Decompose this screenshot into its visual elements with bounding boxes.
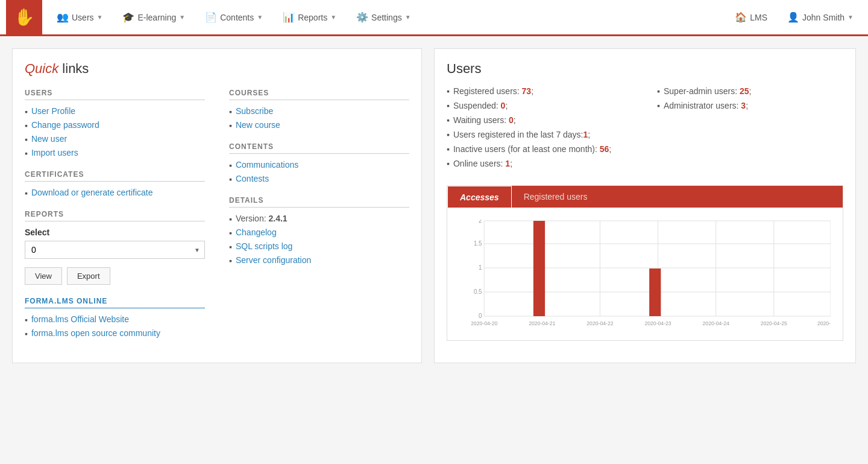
stat-online: Online users: 1; <box>447 159 633 168</box>
nav-label-lms: LMS <box>750 13 767 22</box>
details-section-heading: DETAILS <box>229 196 409 208</box>
svg-text:0.5: 0.5 <box>474 288 482 295</box>
elearning-icon: 🎓 <box>122 11 134 23</box>
user-caret: ▼ <box>848 14 854 21</box>
list-item: forma.lms open source community <box>25 328 205 338</box>
select-wrapper: 0 <box>25 241 205 259</box>
changelog-link[interactable]: Changelog <box>236 227 277 237</box>
users-links-list: User Profile Change password New user Im… <box>25 106 205 158</box>
users-stats-right: Super-admin users: 25; Administrator use… <box>657 86 843 173</box>
stat-waiting-value: 0 <box>509 115 514 125</box>
stat-registered-text: Registered users: 73; <box>453 86 533 96</box>
ql-grid: USERS User Profile Change password New u… <box>25 89 409 351</box>
import-users-link[interactable]: Import users <box>31 148 78 157</box>
svg-text:0: 0 <box>479 313 482 319</box>
server-config-link[interactable]: Server configuration <box>236 255 311 265</box>
nav-label-elearning: E-learning <box>137 13 176 22</box>
stat-inactive: Inactive users (for at least one month):… <box>447 144 633 154</box>
contents-section-heading: CONTENTS <box>229 142 409 154</box>
stat-registered-value: 73 <box>522 86 532 96</box>
logo[interactable]: ✋ <box>6 0 42 36</box>
communications-link[interactable]: Communications <box>236 160 298 170</box>
new-course-link[interactable]: New course <box>236 120 280 130</box>
reports-icon: 📊 <box>283 11 295 23</box>
version-value: 2.4.1 <box>268 214 287 223</box>
stat-super-admin-value: 25 <box>740 86 749 96</box>
chart-svg: 0 0.5 1 1.5 2 <box>471 220 831 328</box>
certificates-links-list: Download or generate certificate <box>25 188 205 198</box>
nav-item-lms[interactable]: 🏠 LMS <box>726 0 776 36</box>
reports-btn-group: View Export <box>25 267 205 285</box>
elearning-caret: ▼ <box>179 14 185 21</box>
list-item: Version: 2.4.1 <box>229 214 409 224</box>
quick-links-title: Quick links <box>25 61 409 77</box>
courses-links-list: Subscribe New course <box>229 106 409 130</box>
svg-text:2020-04-26: 2020-04-26 <box>817 320 831 326</box>
chart-section: Accesses Registered users 0 0.5 1 1.5 2 <box>447 185 843 341</box>
stat-administrator-value: 3 <box>741 101 746 110</box>
svg-text:1.5: 1.5 <box>474 240 482 247</box>
change-password-link[interactable]: Change password <box>31 120 99 130</box>
right-panel: Users Registered users: 73; Suspended: 0… <box>434 48 856 363</box>
select-label: Select <box>25 227 205 237</box>
chart-area: 0 0.5 1 1.5 2 <box>447 208 843 340</box>
svg-text:2020-04-21: 2020-04-21 <box>529 320 555 326</box>
list-item: New user <box>25 134 205 144</box>
tab-registered-users[interactable]: Registered users <box>512 186 600 208</box>
settings-caret: ▼ <box>405 14 411 21</box>
logo-icon: ✋ <box>14 7 35 27</box>
chart-tabs: Accesses Registered users <box>447 186 843 208</box>
page-content: Quick links USERS User Profile Change pa… <box>0 36 868 375</box>
nav-links: 👥 Users ▼ 🎓 E-learning ▼ 📄 Contents ▼ 📊 … <box>48 0 726 36</box>
nav-label-settings: Settings <box>371 13 402 22</box>
quick-rest: links <box>58 61 89 76</box>
user-profile-link[interactable]: User Profile <box>31 106 75 116</box>
stat-inactive-value: 56 <box>600 144 609 154</box>
new-user-link[interactable]: New user <box>31 134 67 144</box>
list-item: Server configuration <box>229 255 409 265</box>
stat-waiting: Waiting users: 0; <box>447 115 633 125</box>
stat-last7: Users registered in the last 7 days:1; <box>447 130 633 139</box>
bar-apr23 <box>649 269 661 316</box>
contests-link[interactable]: Contests <box>236 174 269 183</box>
nav-label-user: John Smith <box>802 13 844 22</box>
list-item: forma.lms Official Website <box>25 314 205 325</box>
nav-item-settings[interactable]: ⚙️ Settings ▼ <box>348 0 420 36</box>
users-caret: ▼ <box>97 14 103 21</box>
nav-item-contents[interactable]: 📄 Contents ▼ <box>197 0 271 36</box>
forma-online-links-list: forma.lms Official Website forma.lms ope… <box>25 314 205 338</box>
list-item: User Profile <box>25 106 205 116</box>
forma-online-heading: FORMA.LMS ONLINE <box>25 297 205 308</box>
list-item: Import users <box>25 148 205 158</box>
stat-online-value: 1 <box>505 159 510 168</box>
nav-item-user[interactable]: 👤 John Smith ▼ <box>779 0 862 36</box>
nav-label-users: Users <box>72 13 94 22</box>
reports-select[interactable]: 0 <box>25 241 205 259</box>
stat-waiting-text: Waiting users: 0; <box>453 115 516 125</box>
svg-text:2020-04-23: 2020-04-23 <box>644 320 671 326</box>
subscribe-link[interactable]: Subscribe <box>236 106 273 116</box>
open-source-link[interactable]: forma.lms open source community <box>31 328 160 338</box>
nav-label-contents: Contents <box>220 13 254 22</box>
stat-administrator-text: Administrator users: 3; <box>664 101 748 110</box>
official-website-link[interactable]: forma.lms Official Website <box>31 314 129 324</box>
svg-text:2020-04-25: 2020-04-25 <box>761 320 787 326</box>
svg-text:2020-04-20: 2020-04-20 <box>471 320 497 326</box>
list-item: Communications <box>229 160 409 170</box>
tab-accesses[interactable]: Accesses <box>447 186 512 208</box>
stat-last7-value: 1 <box>583 130 588 139</box>
user-icon: 👤 <box>787 11 799 23</box>
download-certificate-link[interactable]: Download or generate certificate <box>31 188 153 197</box>
stat-last7-text: Users registered in the last 7 days:1; <box>453 130 590 139</box>
stat-suspended: Suspended: 0; <box>447 101 633 110</box>
sql-scripts-link[interactable]: SQL scripts log <box>236 241 292 251</box>
users-icon: 👥 <box>57 11 69 23</box>
svg-text:2: 2 <box>479 220 482 224</box>
nav-item-reports[interactable]: 📊 Reports ▼ <box>274 0 345 36</box>
svg-text:1: 1 <box>479 264 482 271</box>
export-button[interactable]: Export <box>67 267 110 285</box>
nav-item-users[interactable]: 👥 Users ▼ <box>48 0 111 36</box>
nav-item-elearning[interactable]: 🎓 E-learning ▼ <box>114 0 193 36</box>
stat-administrator: Administrator users: 3; <box>657 101 843 110</box>
view-button[interactable]: View <box>25 267 62 285</box>
